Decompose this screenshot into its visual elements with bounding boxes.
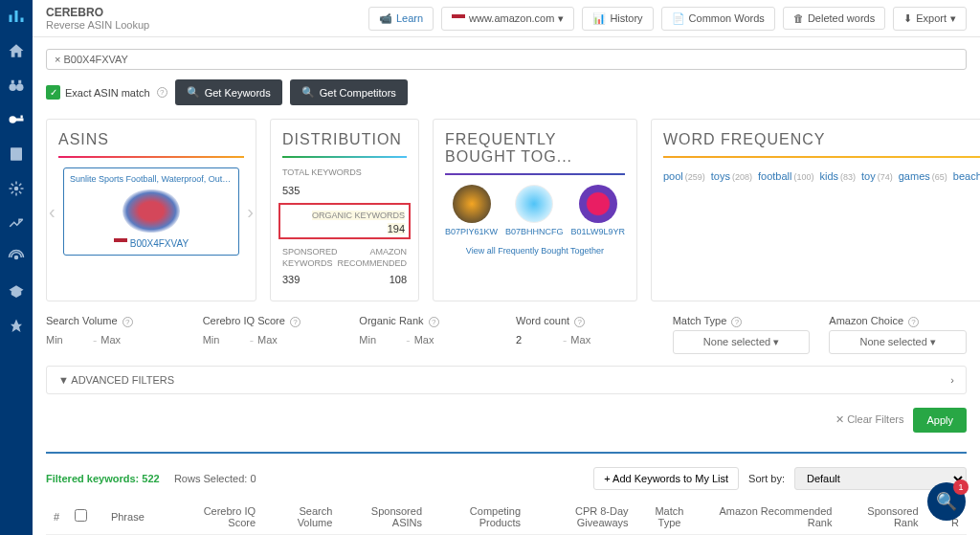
svg-point-11 [14,187,19,191]
notification-badge: 1 [953,479,969,495]
add-keywords-button[interactable]: + Add Keywords to My List [593,467,739,490]
min-input[interactable] [203,330,246,350]
word-cloud-word[interactable]: pool [663,170,683,182]
carousel-next-icon[interactable]: › [247,201,254,223]
filter-label: Amazon Choice ? [829,315,967,327]
product-image [122,189,180,233]
page-subtitle: Reverse ASIN Lookup [46,19,361,31]
trending-icon[interactable] [8,214,25,232]
pin-icon[interactable] [8,318,25,335]
logo-icon[interactable] [8,8,25,25]
word-cloud-word[interactable]: toys [711,170,730,182]
word-cloud-word[interactable]: beach [953,170,980,182]
svg-rect-0 [10,15,12,23]
filter-label: Match Type ? [673,315,811,327]
advanced-filters-toggle[interactable]: ▼ ADVANCED FILTERS› [46,366,967,394]
page-title: CEREBRO [46,6,361,19]
max-input[interactable] [100,330,144,350]
fbt-item[interactable]: B01LW9L9YR [571,185,625,236]
svg-point-4 [16,84,24,92]
fbt-item[interactable]: B07PIY61KW [445,185,498,236]
match-type-select[interactable]: None selected ▾ [673,330,811,354]
broadcast-icon[interactable] [8,249,25,266]
svg-point-12 [14,256,19,260]
view-all-fbt-link[interactable]: View all Frequently Bought Together [445,246,625,256]
app-sidebar [0,0,33,535]
us-flag-icon [452,14,465,23]
graduation-icon[interactable] [8,283,25,301]
svg-rect-10 [11,147,22,161]
chevron-right-icon: › [950,374,954,386]
svg-rect-6 [18,80,21,84]
word-cloud-word[interactable]: football [758,170,791,182]
select-all-checkbox[interactable] [75,509,87,522]
amazon-choice-select[interactable]: None selected ▾ [829,330,967,354]
apply-button[interactable]: Apply [913,408,967,433]
word-cloud-word[interactable]: kids [819,170,838,182]
svg-rect-9 [21,116,23,119]
product-image [579,185,617,223]
min-input[interactable] [359,330,402,350]
word-cloud-word[interactable]: games [899,170,930,182]
distribution-panel: DISTRIBUTION TOTAL KEYWORDS 535 ORGANIC … [270,119,419,301]
key-icon[interactable] [8,111,25,128]
deleted-words-button[interactable]: 🗑 Deleted words [783,7,885,30]
get-keywords-button[interactable]: 🔍 Get Keywords [175,79,282,105]
filter-label: Organic Rank ? [359,315,497,327]
binoculars-icon[interactable] [8,77,25,94]
results-table: # Phrase Cerebro IQ Score Search Volume … [46,500,967,535]
filter-label: Cerebro IQ Score ? [203,315,341,327]
svg-rect-1 [15,11,18,22]
us-flag-icon [114,238,127,247]
learn-button[interactable]: 📹 Learn [368,7,434,31]
topbar: CEREBRO Reverse ASIN Lookup 📹 Learn www.… [33,0,980,37]
home-icon[interactable] [8,42,25,59]
checkmark-icon: ✓ [46,85,60,100]
help-icon[interactable]: ? [157,87,167,98]
common-words-button[interactable]: 📄 Common Words [661,7,775,31]
export-button[interactable]: ⬇ Export ▾ [893,7,967,31]
filter-label: Word count ? [516,315,654,327]
svg-rect-8 [15,119,24,122]
svg-point-3 [10,84,17,92]
get-competitors-button[interactable]: 🔍 Get Competitors [290,79,408,105]
product-image [453,185,491,223]
max-input[interactable] [570,330,613,350]
max-input[interactable] [257,330,301,350]
svg-rect-5 [11,80,14,84]
asins-panel: ASINS ‹ Sunlite Sports Football, Waterpr… [46,119,256,301]
svg-rect-2 [21,18,24,23]
min-input[interactable] [516,330,559,350]
organic-keywords-highlight: ORGANIC KEYWORDS 194 [278,203,411,240]
history-button[interactable]: 📊 History [582,7,653,31]
word-frequency-panel: WORD FREQUENCY pool(259)toys(208)footbal… [651,119,980,301]
document-icon[interactable] [8,145,25,163]
asin-card[interactable]: Sunlite Sports Football, Waterproof, Out… [63,167,239,256]
min-input[interactable] [46,330,89,350]
word-cloud-word[interactable]: toy [861,170,876,182]
fbt-item[interactable]: B07BHHNCFG [505,185,564,236]
product-image [515,185,553,223]
asin-chip[interactable]: × B00X4FXVAY [46,49,967,70]
exact-match-checkbox[interactable]: ✓ Exact ASIN match ? [46,85,167,100]
help-chat-button[interactable]: 🔍 1 [927,482,966,521]
frequently-bought-panel: FREQUENTLY BOUGHT TOG... B07PIY61KW B07B… [433,119,637,301]
marketplace-button[interactable]: www.amazon.com ▾ [441,7,574,31]
clear-filters-button[interactable]: ✕ Clear Filters [835,413,903,426]
gear-icon[interactable] [8,180,25,197]
filter-label: Search Volume ? [46,315,184,327]
max-input[interactable] [414,330,457,350]
carousel-prev-icon[interactable]: ‹ [49,201,56,223]
